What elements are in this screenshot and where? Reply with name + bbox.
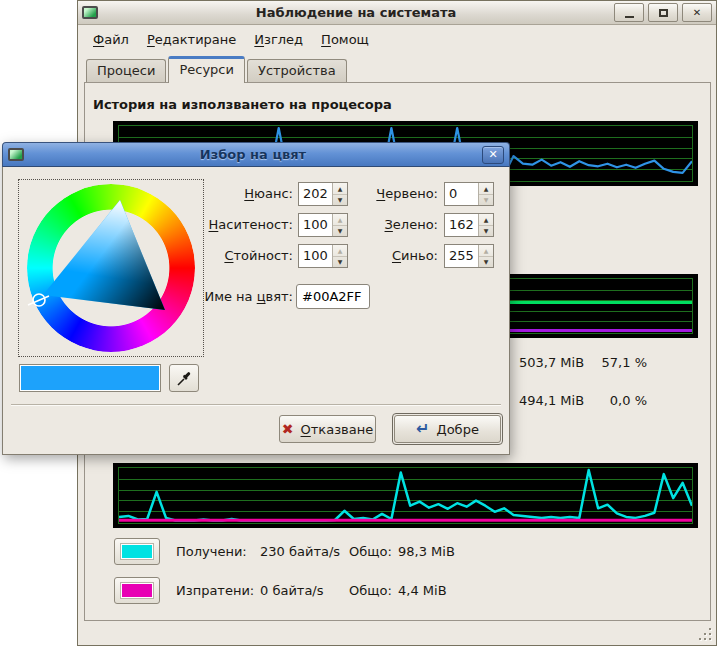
red-spinbox[interactable]: 0 ▲▼ [444,182,494,206]
cancel-button-label: Отказване [301,422,374,437]
received-total-label: Общо: [349,544,398,559]
tab-devices[interactable]: Устройства [247,59,347,82]
menu-file[interactable]: Файл [91,31,131,48]
received-total: 98,3 MiB [398,544,455,559]
sent-rate: 0 байта/s [260,583,349,598]
sent-color-button[interactable] [114,577,160,604]
memory-used-percent: 57,1 % [602,355,647,370]
dialog-app-icon [8,148,24,161]
red-label: Червено: [333,182,438,206]
ok-button[interactable]: ↵ Добре [394,415,501,443]
spin-down-icon[interactable]: ▼ [479,195,493,206]
menu-view[interactable]: Изглед [252,31,305,48]
green-value[interactable]: 162 [445,214,478,236]
received-label: Получени: [176,544,260,559]
blue-value[interactable]: 255 [445,245,478,267]
app-icon [82,6,98,19]
menu-help[interactable]: Помощ [319,31,371,48]
dialog-body: Нюанс: 202 ▲▼ Наситеност: 100 ▲▼ Стойнос… [2,167,510,455]
dialog-titlebar[interactable]: Избор на цвят ✕ [2,142,510,167]
received-color-swatch [120,543,154,560]
current-color-swatch [19,364,161,392]
sent-total: 4,4 MiB [398,583,447,598]
spin-down-icon[interactable]: ▼ [479,226,493,237]
close-button[interactable]: ✕ [682,3,712,22]
tab-resources[interactable]: Ресурси [168,56,245,83]
cpu-history-title: История на използването на процесора [93,97,392,112]
desktop: Наблюдение на системата ✕ Файл Редактира… [0,0,717,647]
value-value[interactable]: 100 [299,245,332,267]
maximize-icon [659,9,668,17]
received-rate: 230 байта/s [260,544,349,559]
eyedropper-button[interactable] [169,364,199,392]
blue-label: Синьо: [333,244,438,268]
minimize-button[interactable] [614,3,644,22]
swap-used-percent: 0,0 % [610,393,647,408]
spin-up-icon[interactable]: ▲ [479,183,493,195]
network-history-chart [113,463,698,528]
sent-legend-row: Изпратени: 0 байта/s Общо: 4,4 MiB [114,575,447,605]
menubar: Файл Редактиране Изглед Помощ [78,25,716,53]
sent-label: Изпратени: [176,583,260,598]
color-name-label: Име на цвят: [143,285,293,309]
hue-marker-line [28,296,49,305]
sv-triangle[interactable] [27,184,195,352]
dialog-title: Избор на цвят [28,147,478,162]
saturation-label: Наситеност: [143,213,293,237]
minimize-icon [625,16,634,18]
notebook-tabs: Процеси Ресурси Устройства [86,56,349,82]
green-label: Зелено: [333,213,438,237]
memory-usage-row: 503,7 MiB 57,1 % [519,355,647,370]
received-legend-row: Получени: 230 байта/s Общо: 98,3 MiB [114,536,455,566]
window-title: Наблюдение на системата [102,5,610,20]
main-titlebar[interactable]: Наблюдение на системата ✕ [78,1,716,25]
network-line-series [119,468,692,523]
hue-label: Нюанс: [143,182,293,206]
separator [11,404,501,406]
close-icon: ✕ [488,148,497,161]
blue-spinbox[interactable]: 255 ▲▼ [444,244,494,268]
red-value[interactable]: 0 [445,183,478,205]
maximize-button[interactable] [648,3,678,22]
eyedropper-icon [177,371,192,386]
memory-used-value: 503,7 MiB [519,355,584,370]
hue-value[interactable]: 202 [299,183,332,205]
statusbar [78,621,716,645]
swap-usage-row: 494,1 MiB 0,0 % [519,393,647,408]
color-name-input[interactable] [296,284,370,309]
spin-down-icon[interactable]: ▼ [479,257,493,268]
resize-grip-icon[interactable] [698,628,711,641]
cancel-button[interactable]: ✖ Отказване [279,415,376,443]
menu-edit[interactable]: Редактиране [145,31,238,48]
tab-processes[interactable]: Процеси [86,59,166,82]
swap-used-value: 494,1 MiB [519,393,584,408]
network-plot-area [118,467,693,524]
dialog-close-button[interactable]: ✕ [482,146,504,164]
close-icon: ✕ [693,7,701,18]
sent-color-swatch [120,582,154,599]
value-label: Стойност: [143,244,293,268]
received-color-button[interactable] [114,538,160,565]
green-spinbox[interactable]: 162 ▲▼ [444,213,494,237]
cancel-icon: ✖ [282,421,294,437]
saturation-value[interactable]: 100 [299,214,332,236]
spin-up-icon[interactable]: ▲ [479,214,493,226]
ok-button-label: Добре [437,422,479,437]
spin-up-icon[interactable]: ▲ [479,245,493,257]
sent-total-label: Общо: [349,583,398,598]
ok-icon: ↵ [416,424,429,434]
ok-button-focus-ring: ↵ Добре [392,413,503,445]
color-picker-dialog: Избор на цвят ✕ [2,142,510,455]
